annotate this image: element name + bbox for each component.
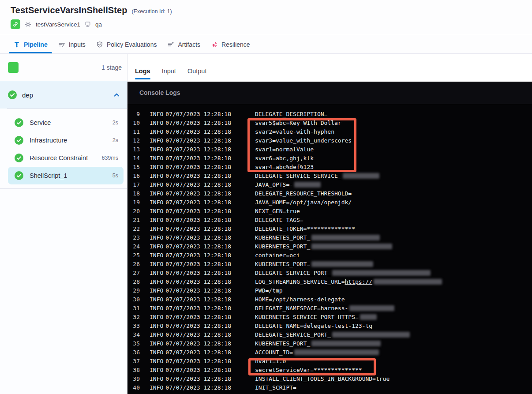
tab-label: Artifacts — [178, 41, 200, 48]
log-timestamp: 07/07/2023 12:28:18 — [165, 155, 231, 161]
log-timestamp: 07/07/2023 12:28:18 — [165, 305, 231, 311]
log-level: INFO — [150, 120, 163, 126]
log-line-number: 38 — [133, 367, 140, 373]
step-row-infrastructure[interactable]: Infrastructure2s — [8, 131, 124, 149]
log-text: svar4=abc%def%123 — [255, 164, 314, 170]
log-row: 29INFO07/07/2023 12:28:18PWD=/tmp — [127, 286, 532, 295]
log-line-number: 37 — [133, 358, 140, 364]
environment-name[interactable]: qa — [95, 21, 102, 28]
log-line-number: 17 — [133, 181, 140, 188]
log-row: 23INFO07/07/2023 12:28:18KUBERNETES_PORT… — [127, 233, 532, 242]
log-timestamp: 07/07/2023 12:28:18 — [165, 349, 231, 356]
log-message: DELEGATE_SERVICE_PORT_ — [255, 330, 410, 339]
log-row: 21INFO07/07/2023 12:28:18DELEGATE_TAGS= — [127, 215, 532, 224]
log-level: INFO — [150, 164, 163, 170]
step-row-resource-constraint[interactable]: Resource Constraint639ms — [8, 149, 124, 167]
log-level: INFO — [150, 384, 163, 391]
log-level: INFO — [150, 323, 163, 329]
step-label: ShellScript_1 — [30, 172, 67, 179]
log-line-number: 27 — [133, 270, 140, 276]
log-row: 40INFO07/07/2023 12:28:18INIT_SCRIPT= — [127, 383, 532, 392]
tab-resilience[interactable]: Resilience — [206, 35, 255, 53]
log-line-number: 24 — [133, 243, 140, 250]
log-text: KUBERNETES_PORT_ — [255, 340, 310, 347]
log-row: 36INFO07/07/2023 12:28:18ACCOUNT_ID= — [127, 348, 532, 356]
log-timestamp: 07/07/2023 12:28:18 — [165, 358, 231, 364]
log-text: DELEGATE_NAMESPACE=harness- — [255, 305, 348, 311]
tab-label: Policy Evaluations — [107, 41, 157, 48]
log-message: svar6=abc,ghj,klk — [255, 154, 314, 162]
log-link[interactable]: https:// — [345, 278, 373, 285]
log-row: 37INFO07/07/2023 12:28:18nvar1=1.0 — [127, 356, 532, 365]
tab-label: Resilience — [221, 41, 250, 48]
log-row: 15INFO07/07/2023 12:28:18svar4=abc%def%1… — [127, 162, 532, 171]
log-row: 39INFO07/07/2023 12:28:18INSTALL_CLIENT_… — [127, 374, 532, 383]
step-duration: 639ms — [101, 155, 118, 161]
log-row: 31INFO07/07/2023 12:28:18DELEGATE_NAMESP… — [127, 304, 532, 312]
log-text: svar3=value_with_underscores — [255, 137, 352, 144]
log-level: INFO — [150, 287, 163, 294]
log-timestamp: 07/07/2023 12:28:18 — [165, 181, 231, 188]
log-message: nvar1=1.0 — [255, 356, 286, 365]
log-message: DELEGATE_SERVICE_SERVICE_ — [255, 171, 379, 180]
log-message: INIT_SCRIPT= — [255, 383, 296, 392]
log-message: svar1=normalValue — [255, 145, 314, 154]
log-text: svar2=value-with-hyphen — [255, 128, 334, 135]
stage-row-dep[interactable]: dep — [0, 81, 127, 109]
redacted-value — [343, 173, 379, 179]
redacted-value — [311, 235, 380, 240]
log-text: svar5$abc=Key_WIth_Dollar — [255, 120, 341, 126]
console-tab-input[interactable]: Input — [162, 68, 176, 81]
log-message: JAVA_OPTS=- — [255, 180, 321, 189]
tab-inputs[interactable]: Inputs — [54, 35, 90, 53]
log-level: INFO — [150, 296, 163, 303]
log-text: KUBERNETES_PORT= — [255, 261, 310, 267]
console-panel: Console Logs 9INFO07/07/2023 12:28:18DEL… — [127, 82, 532, 394]
log-text: DELEGATE_TAGS= — [255, 217, 303, 223]
log-message: svar5$abc=Key_WIth_Dollar — [255, 118, 341, 127]
tab-pipeline[interactable]: Pipeline — [9, 35, 52, 53]
log-message: secretServiceVar=************** — [255, 365, 362, 374]
log-line-number: 30 — [133, 296, 140, 303]
success-check-icon — [15, 154, 23, 162]
gear-icon — [24, 21, 32, 28]
log-message: DELEGATE_SERVICE_PORT_ — [255, 268, 431, 277]
tab-label: Inputs — [69, 41, 86, 48]
service-name[interactable]: testVarsService1 — [36, 21, 80, 28]
log-line-number: 34 — [133, 331, 140, 338]
log-timestamp: 07/07/2023 12:28:18 — [165, 287, 231, 294]
log-timestamp: 07/07/2023 12:28:18 — [165, 243, 231, 250]
log-row: 30INFO07/07/2023 12:28:18HOME=/opt/harne… — [127, 295, 532, 304]
log-level: INFO — [150, 208, 163, 214]
log-row: 25INFO07/07/2023 12:28:18container=oci — [127, 251, 532, 259]
chevron-up-icon[interactable] — [113, 92, 120, 98]
log-text: ACCOUNT_ID= — [255, 349, 293, 356]
console-tab-output[interactable]: Output — [187, 68, 207, 81]
tab-policy-evaluations[interactable]: Policy Evaluations — [92, 35, 161, 53]
log-text: svar6=abc,ghj,klk — [255, 155, 314, 161]
log-level: INFO — [150, 340, 163, 347]
console-tab-strip: LogsInputOutput — [127, 54, 532, 81]
log-level: INFO — [150, 314, 163, 320]
step-row-shellscript-1[interactable]: ShellScript_15s — [8, 167, 124, 184]
log-level: INFO — [150, 261, 163, 267]
console-log-body[interactable]: 9INFO07/07/2023 12:28:18DELEGATE_DESCRIP… — [127, 104, 532, 394]
console-tab-logs[interactable]: Logs — [135, 68, 150, 81]
redacted-value — [360, 314, 377, 320]
log-line-number: 26 — [133, 261, 140, 267]
execution-id: (Execution Id: 1) — [132, 8, 172, 15]
log-timestamp: 07/07/2023 12:28:18 — [165, 128, 231, 135]
log-line-number: 36 — [133, 349, 140, 356]
log-level: INFO — [150, 111, 163, 117]
log-message: KUBERNETES_PORT_ — [255, 339, 381, 348]
log-timestamp: 07/07/2023 12:28:18 — [165, 234, 231, 241]
log-level: INFO — [150, 243, 163, 250]
log-row: 33INFO07/07/2023 12:28:18DELEGATE_NAME=d… — [127, 321, 532, 330]
log-timestamp: 07/07/2023 12:28:18 — [165, 111, 231, 117]
stage-status-chip[interactable] — [8, 62, 19, 73]
tab-artifacts[interactable]: Artifacts — [163, 35, 205, 53]
log-text: DELEGATE_SERVICE_PORT_ — [255, 331, 331, 338]
log-text: DELEGATE_NAME=delegate-test-123-tg — [255, 323, 372, 329]
log-text: DELEGATE_SERVICE_PORT_ — [255, 270, 331, 276]
step-row-service[interactable]: Service2s — [8, 114, 124, 131]
